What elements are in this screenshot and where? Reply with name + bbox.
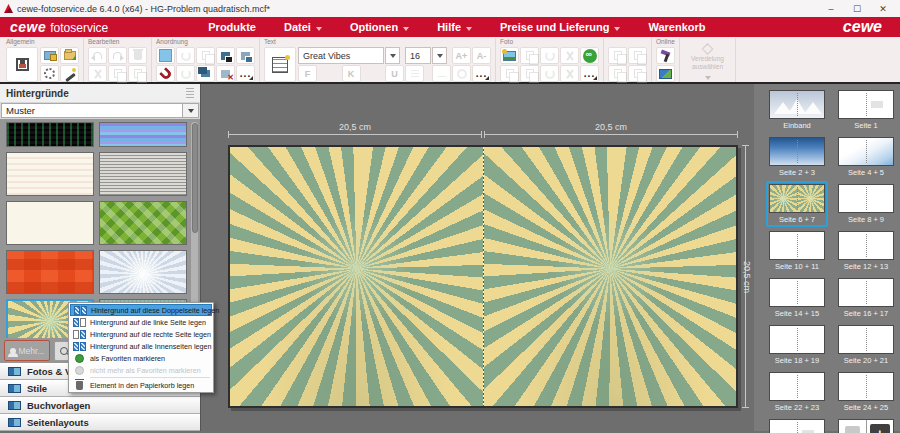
assistant-button[interactable] — [60, 65, 79, 82]
italic-button[interactable]: K — [342, 65, 361, 82]
rotate-ccw-button[interactable] — [176, 65, 195, 82]
background-thumb-orange-blocks[interactable] — [6, 250, 94, 294]
rotate-button[interactable] — [176, 47, 195, 64]
page-cell-20-21[interactable]: Seite 20 + 21 — [835, 322, 897, 368]
photo-crop-button[interactable] — [560, 47, 579, 64]
drag-handle-icon[interactable] — [186, 88, 194, 98]
page-cell-16-17[interactable]: Seite 16 + 17 — [835, 275, 897, 321]
remove-pages-button[interactable] — [839, 420, 867, 433]
menu-optionen[interactable]: Optionen — [340, 19, 419, 35]
cut-button[interactable] — [88, 65, 107, 82]
char-spacing-dropdown[interactable] — [432, 65, 451, 82]
photo-rotate-ccw-button[interactable] — [540, 65, 559, 82]
page-cell-1[interactable]: Seite 1 — [835, 87, 897, 133]
font-size-dropdown-arrow[interactable] — [432, 47, 447, 64]
maximize-button[interactable]: ☐ — [844, 1, 870, 16]
category-select-arrow[interactable] — [183, 103, 199, 118]
background-thumb-cream-pattern[interactable] — [6, 152, 94, 196]
text-more-button[interactable]: ... — [472, 65, 491, 82]
close-button[interactable]: ✕ — [870, 1, 896, 16]
page-cell-22-23[interactable]: Seite 22 + 23 — [766, 369, 828, 415]
page-cell-2-3[interactable]: Seite 2 + 3 — [766, 134, 828, 180]
border-button[interactable] — [628, 47, 647, 64]
background-thumb-white-burst[interactable] — [99, 250, 187, 294]
category-select[interactable]: Muster — [1, 103, 183, 118]
bold-button[interactable]: F — [298, 65, 317, 82]
frame-button[interactable] — [608, 47, 627, 64]
remove-element-button[interactable] — [216, 65, 235, 82]
add-pages-cell[interactable]: + 4 Seiten — [835, 416, 897, 433]
tab-buchvorlagen[interactable]: Buchvorlagen — [0, 397, 200, 414]
font-family-dropdown-arrow[interactable] — [385, 47, 400, 64]
more-backgrounds-button[interactable]: Mehr... — [4, 340, 50, 361]
photo-fit-button[interactable] — [560, 65, 579, 82]
page-cell-6-7-selected[interactable]: Seite 6 + 7 — [766, 181, 828, 227]
delete-button[interactable] — [128, 47, 147, 64]
page-cell-einband[interactable]: Einband — [766, 87, 828, 133]
scrollbar-thumb[interactable] — [192, 123, 198, 233]
add-text-button[interactable] — [264, 47, 296, 82]
photo-rotate-button[interactable] — [540, 47, 559, 64]
background-thumb-stripes[interactable] — [99, 122, 187, 147]
font-decrease-button[interactable]: A- — [472, 47, 491, 64]
page-cell-10-11[interactable]: Seite 10 + 11 — [766, 228, 828, 274]
font-increase-button[interactable]: A+ — [452, 47, 471, 64]
menu-datei[interactable]: Datei — [274, 19, 332, 35]
page-cell-14-15[interactable]: Seite 14 + 15 — [766, 275, 828, 321]
page-cell-8-9[interactable]: Seite 8 + 9 — [835, 181, 897, 227]
right-page[interactable] — [484, 147, 737, 406]
magnet-button[interactable] — [156, 65, 175, 82]
bring-forward-button[interactable] — [216, 47, 235, 64]
photo-flip-button[interactable] — [500, 65, 519, 82]
background-thumb-cream[interactable] — [6, 201, 94, 245]
page-cell-18-19[interactable]: Seite 18 + 19 — [766, 322, 828, 368]
online-tools-button[interactable] — [656, 47, 675, 64]
text-color-button[interactable] — [452, 65, 471, 82]
veredelung-button[interactable]: ◇ Veredelung auswählen — [680, 38, 736, 82]
font-family-select[interactable]: Great Vibes — [298, 47, 384, 64]
font-size-select[interactable]: 16 — [405, 47, 431, 64]
left-page[interactable] — [230, 147, 483, 406]
photo-lock-button[interactable] — [40, 47, 59, 64]
align-button[interactable] — [156, 47, 175, 64]
menu-warenkorb[interactable]: Warenkorb — [638, 19, 715, 35]
settings-button[interactable] — [40, 65, 59, 82]
redo-button[interactable] — [108, 47, 127, 64]
foto-more-button[interactable]: ... — [580, 65, 599, 82]
ctx-apply-doublepage[interactable]: Hintergrund auf diese Doppelseite legen — [70, 304, 212, 316]
paste-button[interactable] — [128, 65, 147, 82]
undo-button[interactable] — [88, 47, 107, 64]
photo-shapes2-button[interactable] — [520, 65, 539, 82]
background-thumb-newspaper[interactable] — [99, 152, 187, 196]
page-cell-26[interactable]: Seite 26 — [766, 416, 828, 433]
background-thumb-matrix[interactable] — [6, 122, 94, 147]
page-cell-12-13[interactable]: Seite 12 + 13 — [835, 228, 897, 274]
menu-preise-und-lieferung[interactable]: Preise und Lieferung — [490, 19, 630, 35]
online-upload-button[interactable] — [656, 65, 675, 82]
ctx-mark-favorite[interactable]: als Favoriten markieren — [70, 352, 212, 364]
duplicate-button[interactable] — [196, 65, 215, 82]
copy-button[interactable] — [108, 65, 127, 82]
line-spacing-dropdown[interactable] — [405, 65, 424, 82]
ctx-apply-left-page[interactable]: Hintergrund auf die linke Seite legen — [70, 316, 212, 328]
background-thumb-green-weave[interactable] — [99, 201, 187, 245]
add-pages-button[interactable]: + — [867, 420, 894, 433]
menu-produkte[interactable]: Produkte — [198, 19, 266, 35]
ctx-apply-right-page[interactable]: Hintergrund auf die rechte Seite legen — [70, 328, 212, 340]
photo-shapes-button[interactable] — [520, 47, 539, 64]
minimize-button[interactable]: – — [818, 1, 844, 16]
add-photo-button[interactable] — [500, 47, 519, 64]
send-backward-button[interactable] — [236, 47, 255, 64]
tab-seitenlayouts[interactable]: Seitenlayouts — [0, 414, 200, 431]
clipart-button[interactable] — [628, 65, 647, 82]
group-button[interactable] — [196, 47, 215, 64]
underline-button[interactable]: U — [385, 65, 404, 82]
mask-button[interactable] — [608, 65, 627, 82]
double-page-spread[interactable] — [228, 145, 738, 408]
page-cell-24-25[interactable]: Seite 24 + 25 — [835, 369, 897, 415]
ctx-move-to-trash[interactable]: Element in den Papierkorb legen — [70, 379, 212, 391]
ctx-apply-all-pages[interactable]: Hintergrund auf alle Innenseiten legen — [70, 340, 212, 352]
save-button[interactable] — [6, 47, 38, 82]
anordnung-more-button[interactable]: ... — [236, 65, 255, 82]
photo-autofix-button[interactable] — [580, 47, 599, 64]
